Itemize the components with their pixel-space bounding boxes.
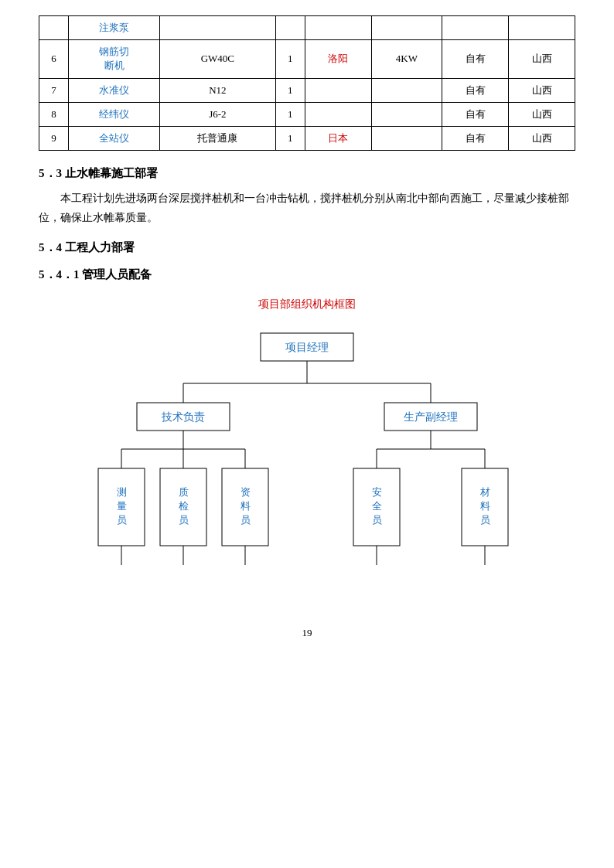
svg-text:测: 测 — [117, 486, 127, 498]
cell-ownership: 自有 — [442, 102, 509, 126]
cell-power: 4KW — [371, 40, 442, 78]
cell-name: 注浆泵 — [69, 16, 160, 40]
svg-text:材: 材 — [479, 486, 490, 498]
page-number: 19 — [302, 627, 312, 639]
cell-name: 钢筋切断机 — [69, 40, 160, 78]
svg-text:质: 质 — [179, 486, 189, 498]
svg-text:生产副经理: 生产副经理 — [404, 411, 458, 423]
org-chart-title: 项目部组织机构框图 — [258, 298, 356, 311]
table-row: 注浆泵 — [39, 16, 575, 40]
cell-location: 山西 — [509, 40, 575, 78]
cell-origin — [305, 78, 371, 102]
table-row: 8 经纬仪 J6-2 1 自有 山西 — [39, 102, 575, 126]
cell-ownership: 自有 — [442, 40, 509, 78]
section-53-text: 本工程计划先进场两台深层搅拌桩机和一台冲击钻机，搅拌桩机分别从南北中部向西施工，… — [39, 189, 575, 227]
cell-num: 7 — [39, 78, 69, 102]
cell-num: 9 — [39, 126, 69, 150]
cell-ownership: 自有 — [442, 126, 509, 150]
svg-text:员: 员 — [117, 514, 127, 526]
section-541-heading: 5．4．1 管理人员配备 — [39, 267, 575, 282]
svg-text:项目经理: 项目经理 — [285, 342, 329, 353]
cell-model: 托普通康 — [159, 126, 275, 150]
table-row: 6 钢筋切断机 GW40C 1 洛阳 4KW 自有 山西 — [39, 40, 575, 78]
cell-model — [159, 16, 275, 40]
cell-model: J6-2 — [159, 102, 275, 126]
svg-text:员: 员 — [372, 514, 382, 526]
svg-text:员: 员 — [240, 514, 251, 526]
cell-power — [371, 126, 442, 150]
svg-text:全: 全 — [372, 500, 382, 512]
cell-power — [371, 16, 442, 40]
cell-name: 水准仪 — [69, 78, 160, 102]
cell-qty: 1 — [275, 126, 305, 150]
svg-text:技术负责: 技术负责 — [161, 411, 205, 423]
table-row: 7 水准仪 N12 1 自有 山西 — [39, 78, 575, 102]
svg-text:料: 料 — [240, 500, 251, 512]
section-54-heading: 5．4 工程人力部署 — [39, 240, 575, 255]
cell-ownership: 自有 — [442, 78, 509, 102]
cell-location: 山西 — [509, 126, 575, 150]
org-chart-container: 项目部组织机构框图 项目经理 技术负责 生产副经理 测 量 员 — [39, 298, 575, 639]
cell-model: N12 — [159, 78, 275, 102]
cell-location — [509, 16, 575, 40]
svg-text:员: 员 — [179, 514, 189, 526]
cell-name: 经纬仪 — [69, 102, 160, 126]
cell-num: 6 — [39, 40, 69, 78]
svg-text:量: 量 — [117, 500, 127, 512]
cell-qty: 1 — [275, 40, 305, 78]
cell-model: GW40C — [159, 40, 275, 78]
cell-origin: 日本 — [305, 126, 371, 150]
cell-num: 8 — [39, 102, 69, 126]
cell-qty: 1 — [275, 102, 305, 126]
cell-ownership — [442, 16, 509, 40]
cell-origin — [305, 102, 371, 126]
svg-text:检: 检 — [179, 500, 189, 512]
section-53-heading: 5．3 止水帷幕施工部署 — [39, 166, 575, 181]
cell-power — [371, 78, 442, 102]
cell-num — [39, 16, 69, 40]
svg-text:安: 安 — [372, 486, 382, 498]
cell-origin — [305, 16, 371, 40]
cell-origin: 洛阳 — [305, 40, 371, 78]
cell-name: 全站仪 — [69, 126, 160, 150]
svg-text:资: 资 — [240, 486, 251, 498]
cell-location: 山西 — [509, 78, 575, 102]
table-row: 9 全站仪 托普通康 1 日本 自有 山西 — [39, 126, 575, 150]
cell-qty: 1 — [275, 78, 305, 102]
cell-location: 山西 — [509, 102, 575, 126]
svg-text:员: 员 — [480, 514, 490, 526]
cell-qty — [275, 16, 305, 40]
cell-power — [371, 102, 442, 126]
equipment-table: 注浆泵 6 钢筋切断机 GW40C 1 洛阳 4KW 自有 山西 7 水准仪 N… — [39, 15, 575, 151]
svg-text:料: 料 — [480, 500, 490, 512]
org-chart-svg: 项目经理 技术负责 生产副经理 测 量 员 质 检 员 — [52, 325, 562, 619]
